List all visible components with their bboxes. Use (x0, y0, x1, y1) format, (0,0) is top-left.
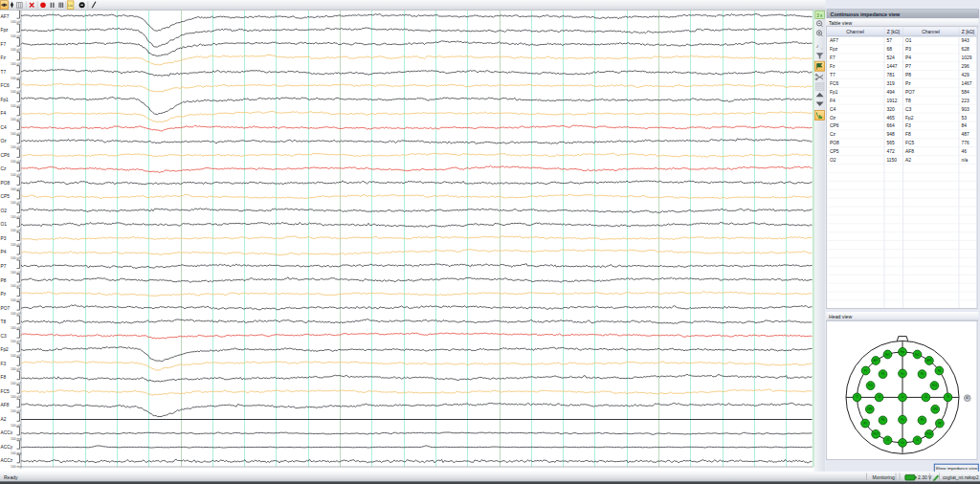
svg-text:O1: O1 (905, 38, 912, 43)
svg-text:O2: O2 (916, 438, 920, 442)
svg-text:F3: F3 (905, 123, 911, 128)
svg-text:CP6: CP6 (1, 153, 11, 158)
svg-text:1029: 1029 (962, 55, 972, 60)
svg-text:P4: P4 (1, 250, 7, 254)
svg-text:PO7: PO7 (873, 432, 879, 436)
svg-text:Cz: Cz (1, 166, 7, 171)
svg-text:AF8: AF8 (905, 149, 914, 154)
svg-text:T7: T7 (1, 70, 7, 75)
svg-text:P8: P8 (905, 73, 911, 77)
svg-text:Head view: Head view (829, 314, 852, 319)
svg-text:Fp2: Fp2 (905, 116, 914, 121)
svg-text:A2: A2 (966, 396, 969, 400)
svg-text:Cz: Cz (830, 132, 836, 137)
svg-text:2.30 V: 2.30 V (918, 474, 932, 480)
svg-text:n/a: n/a (962, 158, 969, 163)
svg-text:223: 223 (962, 99, 969, 103)
svg-text:524: 524 (887, 55, 895, 60)
svg-text:Fp1: Fp1 (885, 353, 890, 357)
svg-text:FC6: FC6 (830, 81, 839, 86)
svg-text:100 mg: 100 mg (11, 465, 21, 469)
svg-text:AF7: AF7 (1, 14, 10, 19)
svg-text:P7: P7 (905, 64, 911, 69)
svg-text:ACCz: ACCz (1, 458, 13, 463)
svg-text:Pz: Pz (1, 292, 7, 297)
svg-text:F4: F4 (1, 111, 7, 116)
svg-text:1912: 1912 (887, 99, 898, 103)
svg-text:Fp2: Fp2 (1, 347, 10, 352)
svg-text:57: 57 (887, 38, 893, 43)
svg-text:PO8: PO8 (830, 141, 839, 145)
svg-text:P8: P8 (1, 278, 7, 283)
svg-text:P3: P3 (905, 47, 911, 52)
svg-text:565: 565 (887, 141, 895, 145)
svg-text:Fpz: Fpz (901, 350, 905, 354)
svg-text:FC5: FC5 (905, 141, 915, 145)
svg-text:AF8: AF8 (1, 403, 10, 407)
svg-text:Fp1: Fp1 (1, 98, 10, 102)
svg-text:P7: P7 (864, 422, 868, 426)
svg-text:PO8: PO8 (1, 181, 11, 186)
svg-text:ACCy: ACCy (1, 445, 13, 450)
svg-text:PO7: PO7 (905, 90, 915, 95)
svg-text:A2: A2 (1, 417, 7, 422)
svg-text:↓: ↓ (821, 47, 823, 51)
svg-text:T7: T7 (830, 73, 835, 77)
svg-text:FC6: FC6 (1, 83, 10, 88)
svg-text:68: 68 (887, 47, 893, 52)
svg-text:F8: F8 (905, 132, 911, 137)
svg-text:P8: P8 (938, 422, 942, 426)
svg-text:664: 664 (887, 123, 895, 128)
svg-text:T8: T8 (1, 319, 7, 324)
svg-text:F8: F8 (1, 375, 7, 380)
svg-text:F7: F7 (1, 42, 7, 47)
svg-text:Fz: Fz (1, 55, 7, 60)
svg-text:Oz: Oz (830, 116, 836, 121)
svg-text:♪: ♪ (816, 43, 819, 49)
svg-text:487: 487 (962, 132, 969, 137)
svg-text:1150: 1150 (887, 158, 898, 163)
svg-text:903: 903 (962, 107, 969, 112)
svg-text:296: 296 (962, 64, 969, 69)
svg-text:O2: O2 (1, 209, 8, 213)
svg-text:P7: P7 (1, 264, 7, 269)
svg-text:A2: A2 (905, 158, 911, 163)
svg-text:Fpz: Fpz (830, 47, 838, 52)
svg-text:FC5: FC5 (1, 389, 10, 394)
svg-text:CP5: CP5 (830, 149, 839, 154)
svg-text:465: 465 (887, 116, 895, 121)
svg-text:Channel: Channel (846, 29, 864, 34)
svg-text:FC5: FC5 (868, 384, 873, 387)
svg-text:781: 781 (887, 73, 895, 77)
svg-text:F7: F7 (830, 55, 835, 60)
svg-text:319: 319 (887, 81, 895, 86)
svg-text:AF7: AF7 (830, 38, 838, 43)
svg-text:O1: O1 (886, 438, 890, 442)
svg-text:494: 494 (887, 90, 895, 95)
svg-text:Monitoring: Monitoring (873, 474, 896, 480)
svg-text:584: 584 (962, 90, 969, 95)
svg-text:628: 628 (962, 47, 969, 52)
svg-text:C3: C3 (1, 334, 7, 339)
svg-text:84: 84 (962, 123, 968, 128)
svg-text:53: 53 (962, 116, 968, 121)
svg-text:C4: C4 (924, 395, 928, 399)
svg-text:Fp1: Fp1 (830, 90, 838, 95)
svg-text:C4: C4 (1, 125, 7, 130)
svg-text:P3: P3 (1, 236, 7, 241)
svg-text:O2: O2 (830, 158, 836, 163)
svg-text:Continuous impedance view: Continuous impedance view (831, 11, 902, 17)
svg-text:F4: F4 (830, 99, 835, 103)
svg-text:P4: P4 (921, 418, 924, 422)
svg-text:1447: 1447 (887, 64, 898, 69)
svg-text:C3: C3 (905, 107, 912, 112)
svg-text:3 s: 3 s (816, 13, 823, 18)
svg-text:Fpz: Fpz (1, 28, 10, 33)
svg-text:Pz: Pz (905, 81, 911, 86)
svg-text:Lıa: Lıa (68, 4, 73, 8)
svg-text:PO8: PO8 (926, 432, 932, 436)
svg-text:100 µV: 100 µV (11, 48, 22, 52)
svg-text:100 µV: 100 µV (11, 256, 22, 260)
svg-text:CP5: CP5 (867, 407, 873, 411)
svg-text:T8: T8 (905, 99, 911, 103)
